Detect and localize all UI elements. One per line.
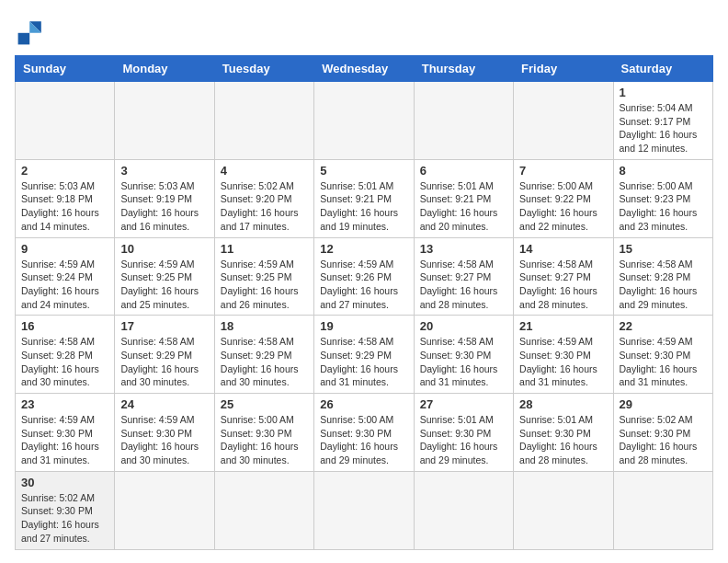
calendar-cell — [514, 471, 613, 549]
calendar-cell: 29Sunrise: 5:02 AM Sunset: 9:30 PM Dayli… — [613, 394, 712, 472]
day-number: 22 — [620, 319, 707, 333]
day-info: Sunrise: 5:04 AM Sunset: 9:17 PM Dayligh… — [620, 101, 707, 155]
calendar-cell: 25Sunrise: 5:00 AM Sunset: 9:30 PM Dayli… — [214, 394, 313, 472]
day-number: 23 — [21, 397, 108, 411]
logo — [15, 15, 51, 48]
weekday-header-friday: Friday — [514, 56, 613, 82]
day-number: 13 — [420, 242, 507, 256]
day-number: 1 — [620, 86, 707, 99]
day-info: Sunrise: 4:59 AM Sunset: 9:25 PM Dayligh… — [120, 258, 208, 312]
calendar-cell: 19Sunrise: 4:58 AM Sunset: 9:29 PM Dayli… — [314, 316, 414, 394]
calendar-cell — [414, 471, 513, 549]
day-info: Sunrise: 5:02 AM Sunset: 9:30 PM Dayligh… — [21, 491, 108, 546]
calendar-cell: 18Sunrise: 4:58 AM Sunset: 9:29 PM Dayli… — [214, 316, 313, 394]
day-number: 16 — [21, 319, 108, 333]
calendar-cell: 5Sunrise: 5:01 AM Sunset: 9:21 PM Daylig… — [314, 159, 414, 237]
day-info: Sunrise: 5:00 AM Sunset: 9:30 PM Dayligh… — [320, 413, 407, 467]
calendar-cell: 12Sunrise: 4:59 AM Sunset: 9:26 PM Dayli… — [314, 237, 414, 316]
calendar-cell: 30Sunrise: 5:02 AM Sunset: 9:30 PM Dayli… — [16, 471, 115, 549]
calendar-cell: 17Sunrise: 4:58 AM Sunset: 9:29 PM Dayli… — [115, 316, 214, 394]
day-number: 30 — [21, 476, 108, 489]
day-number: 4 — [221, 164, 308, 178]
calendar-cell: 16Sunrise: 4:58 AM Sunset: 9:28 PM Dayli… — [16, 316, 115, 394]
calendar-cell: 9Sunrise: 4:59 AM Sunset: 9:24 PM Daylig… — [16, 237, 115, 316]
day-info: Sunrise: 5:02 AM Sunset: 9:20 PM Dayligh… — [221, 179, 308, 234]
weekday-header-wednesday: Wednesday — [314, 56, 414, 82]
calendar-cell — [514, 82, 613, 160]
calendar-cell — [314, 471, 414, 549]
day-info: Sunrise: 5:03 AM Sunset: 9:19 PM Dayligh… — [120, 179, 208, 234]
calendar-week-1: 2Sunrise: 5:03 AM Sunset: 9:18 PM Daylig… — [16, 159, 713, 237]
calendar-cell: 26Sunrise: 5:00 AM Sunset: 9:30 PM Dayli… — [314, 394, 414, 472]
weekday-header-row: SundayMondayTuesdayWednesdayThursdayFrid… — [16, 56, 713, 82]
calendar-cell — [314, 82, 414, 160]
calendar-cell — [16, 82, 115, 160]
calendar-cell: 20Sunrise: 4:58 AM Sunset: 9:30 PM Dayli… — [414, 316, 513, 394]
day-info: Sunrise: 5:01 AM Sunset: 9:21 PM Dayligh… — [320, 179, 407, 234]
day-info: Sunrise: 4:59 AM Sunset: 9:25 PM Dayligh… — [221, 258, 308, 312]
day-info: Sunrise: 4:58 AM Sunset: 9:29 PM Dayligh… — [120, 335, 208, 389]
day-info: Sunrise: 4:58 AM Sunset: 9:29 PM Dayligh… — [320, 335, 407, 389]
calendar-week-5: 30Sunrise: 5:02 AM Sunset: 9:30 PM Dayli… — [16, 471, 713, 549]
calendar-cell — [115, 471, 214, 549]
day-number: 15 — [620, 242, 707, 256]
day-info: Sunrise: 4:59 AM Sunset: 9:30 PM Dayligh… — [519, 335, 607, 389]
day-number: 29 — [620, 397, 707, 411]
day-info: Sunrise: 5:02 AM Sunset: 9:30 PM Dayligh… — [620, 413, 707, 467]
day-info: Sunrise: 4:59 AM Sunset: 9:30 PM Dayligh… — [21, 413, 108, 467]
weekday-header-tuesday: Tuesday — [214, 56, 313, 82]
day-info: Sunrise: 5:00 AM Sunset: 9:22 PM Dayligh… — [519, 179, 607, 234]
calendar-cell: 22Sunrise: 4:59 AM Sunset: 9:30 PM Dayli… — [613, 316, 712, 394]
weekday-header-sunday: Sunday — [16, 56, 115, 82]
day-info: Sunrise: 5:01 AM Sunset: 9:21 PM Dayligh… — [420, 179, 507, 234]
day-info: Sunrise: 5:00 AM Sunset: 9:23 PM Dayligh… — [620, 179, 707, 234]
day-number: 11 — [221, 242, 308, 256]
calendar-cell — [414, 82, 513, 160]
calendar-cell: 4Sunrise: 5:02 AM Sunset: 9:20 PM Daylig… — [214, 159, 313, 237]
calendar-cell: 14Sunrise: 4:58 AM Sunset: 9:27 PM Dayli… — [514, 237, 613, 316]
day-number: 28 — [519, 397, 607, 411]
calendar-cell: 11Sunrise: 4:59 AM Sunset: 9:25 PM Dayli… — [214, 237, 313, 316]
calendar-week-3: 16Sunrise: 4:58 AM Sunset: 9:28 PM Dayli… — [16, 316, 713, 394]
calendar-cell: 13Sunrise: 4:58 AM Sunset: 9:27 PM Dayli… — [414, 237, 513, 316]
day-info: Sunrise: 4:58 AM Sunset: 9:30 PM Dayligh… — [420, 335, 507, 389]
day-number: 27 — [420, 397, 507, 411]
calendar-cell: 28Sunrise: 5:01 AM Sunset: 9:30 PM Dayli… — [514, 394, 613, 472]
calendar-week-4: 23Sunrise: 4:59 AM Sunset: 9:30 PM Dayli… — [16, 394, 713, 472]
day-number: 17 — [120, 319, 208, 333]
day-number: 19 — [320, 319, 407, 333]
calendar-cell: 15Sunrise: 4:58 AM Sunset: 9:28 PM Dayli… — [613, 237, 712, 316]
day-info: Sunrise: 4:59 AM Sunset: 9:30 PM Dayligh… — [620, 335, 707, 389]
weekday-header-monday: Monday — [115, 56, 214, 82]
calendar-cell: 23Sunrise: 4:59 AM Sunset: 9:30 PM Dayli… — [16, 394, 115, 472]
day-number: 7 — [519, 164, 607, 178]
day-info: Sunrise: 5:03 AM Sunset: 9:18 PM Dayligh… — [21, 179, 108, 234]
day-info: Sunrise: 4:58 AM Sunset: 9:28 PM Dayligh… — [620, 258, 707, 312]
calendar-cell: 6Sunrise: 5:01 AM Sunset: 9:21 PM Daylig… — [414, 159, 513, 237]
day-number: 14 — [519, 242, 607, 256]
calendar-cell — [214, 82, 313, 160]
calendar-cell: 21Sunrise: 4:59 AM Sunset: 9:30 PM Dayli… — [514, 316, 613, 394]
day-number: 8 — [620, 164, 707, 178]
calendar-cell: 24Sunrise: 4:59 AM Sunset: 9:30 PM Dayli… — [115, 394, 214, 472]
day-number: 6 — [420, 164, 507, 178]
day-number: 10 — [120, 242, 208, 256]
day-number: 3 — [120, 164, 208, 178]
day-info: Sunrise: 4:58 AM Sunset: 9:29 PM Dayligh… — [221, 335, 308, 389]
calendar-cell: 7Sunrise: 5:00 AM Sunset: 9:22 PM Daylig… — [514, 159, 613, 237]
day-info: Sunrise: 5:00 AM Sunset: 9:30 PM Dayligh… — [221, 413, 308, 467]
calendar-week-0: 1Sunrise: 5:04 AM Sunset: 9:17 PM Daylig… — [16, 82, 713, 160]
weekday-header-thursday: Thursday — [414, 56, 513, 82]
day-info: Sunrise: 4:58 AM Sunset: 9:27 PM Dayligh… — [420, 258, 507, 312]
day-info: Sunrise: 4:59 AM Sunset: 9:30 PM Dayligh… — [120, 413, 208, 467]
calendar-cell — [613, 471, 712, 549]
day-number: 20 — [420, 319, 507, 333]
day-info: Sunrise: 4:59 AM Sunset: 9:26 PM Dayligh… — [320, 258, 407, 312]
calendar-cell: 2Sunrise: 5:03 AM Sunset: 9:18 PM Daylig… — [16, 159, 115, 237]
calendar-cell: 3Sunrise: 5:03 AM Sunset: 9:19 PM Daylig… — [115, 159, 214, 237]
day-number: 9 — [21, 242, 108, 256]
calendar-week-2: 9Sunrise: 4:59 AM Sunset: 9:24 PM Daylig… — [16, 237, 713, 316]
calendar-table: SundayMondayTuesdayWednesdayThursdayFrid… — [15, 55, 713, 550]
calendar-cell — [115, 82, 214, 160]
svg-rect-2 — [18, 33, 30, 45]
